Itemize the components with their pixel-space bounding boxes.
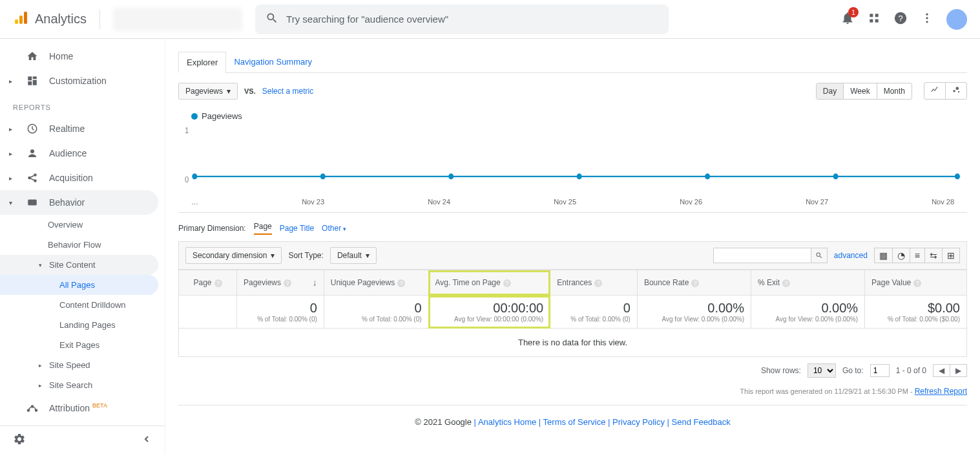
nav-customization[interactable]: ▸ Customization — [0, 69, 158, 93]
svg-rect-1 — [19, 16, 23, 24]
nav-site-speed[interactable]: ▸ Site Speed — [0, 355, 158, 375]
nav-all-pages[interactable]: All Pages — [0, 275, 158, 295]
chevron-down-icon: ▾ — [366, 251, 370, 260]
nav-behavior[interactable]: ▾ Behavior — [0, 190, 158, 215]
dim-other[interactable]: Other ▾ — [322, 224, 346, 233]
account-selector[interactable] — [113, 8, 242, 31]
nav-label: Behavior — [49, 197, 85, 208]
table-search-input[interactable] — [714, 248, 811, 263]
nav-site-search[interactable]: ▸ Site Search — [0, 375, 158, 395]
col-exit[interactable]: % Exit? — [751, 270, 865, 296]
logo-area: Analytics — [13, 10, 87, 28]
rows-select[interactable]: 10 — [808, 363, 836, 378]
col-bounce-rate[interactable]: Bounce Rate? — [637, 270, 751, 296]
chart-type-toggle — [924, 82, 967, 100]
pie-view-icon[interactable]: ◔ — [893, 248, 910, 263]
select-metric-link[interactable]: Select a metric — [262, 87, 313, 96]
prev-page-button[interactable]: ◀ — [933, 365, 950, 376]
pagination-buttons: ◀ ▶ — [933, 364, 967, 377]
toggle-week[interactable]: Week — [844, 83, 877, 99]
footer-link[interactable]: Send Feedback — [672, 417, 731, 427]
svg-point-22 — [28, 409, 30, 411]
col-pageviews[interactable]: Pageviews?↓ — [237, 270, 324, 296]
secondary-dimension-dropdown[interactable]: Secondary dimension ▾ — [185, 247, 282, 264]
col-unique-pageviews[interactable]: Unique Pageviews? — [324, 270, 428, 296]
refresh-report-link[interactable]: Refresh Report — [915, 387, 967, 396]
dashboard-icon — [26, 75, 39, 87]
comparison-view-icon[interactable]: ⇆ — [925, 248, 943, 263]
nav-acquisition[interactable]: ▸ Acquisition — [0, 166, 158, 190]
help-icon: ? — [397, 279, 405, 287]
pivot-view-icon[interactable]: ⊞ — [943, 248, 959, 263]
nav-site-content[interactable]: ▾ Site Content — [0, 255, 158, 275]
nav-landing-pages[interactable]: Landing Pages — [0, 315, 158, 335]
analytics-logo-icon — [13, 10, 28, 28]
motion-chart-icon[interactable] — [946, 83, 966, 99]
line-chart-icon[interactable] — [924, 83, 946, 99]
notifications-button[interactable]: 1 — [840, 11, 855, 27]
table-search-button[interactable] — [811, 248, 827, 263]
footer-link[interactable]: Terms of Service — [543, 417, 606, 427]
nav-audience[interactable]: ▸ Audience — [0, 141, 158, 166]
nav-behavior-overview[interactable]: Overview — [0, 215, 165, 235]
table-view-icon[interactable]: ▦ — [875, 248, 893, 263]
nav-home[interactable]: Home — [0, 44, 158, 69]
no-data-message: There is no data for this view. — [178, 329, 967, 357]
summary-cell: 0% of Total: 0.00% (0) — [237, 296, 324, 329]
chevron-down-icon: ▾ — [39, 262, 44, 268]
sidebar: Home ▸ Customization REPORTS ▸ Realtime … — [0, 39, 165, 454]
sort-type-dropdown[interactable]: Default ▾ — [330, 247, 377, 264]
advanced-link[interactable]: advanced — [834, 251, 868, 260]
svg-point-9 — [926, 14, 928, 16]
table-search — [713, 248, 828, 263]
toggle-day[interactable]: Day — [817, 83, 844, 99]
col-entrances[interactable]: Entrances? — [550, 270, 638, 296]
nav-label: Acquisition — [49, 173, 93, 183]
admin-gear-icon[interactable] — [13, 433, 26, 448]
user-avatar[interactable] — [946, 9, 967, 30]
metric-dropdown[interactable]: Pageviews ▾ — [178, 83, 238, 100]
nav-behavior-flow[interactable]: Behavior Flow — [0, 235, 165, 255]
dim-page-title[interactable]: Page Title — [280, 224, 314, 233]
notification-badge: 1 — [848, 7, 859, 17]
col-page[interactable]: Page? — [179, 270, 237, 296]
summary-cell — [179, 296, 237, 329]
header-actions: 1 ? — [840, 9, 967, 30]
collapse-sidebar-icon[interactable] — [141, 434, 152, 446]
main-content: Explorer Navigation Summary Pageviews ▾ … — [165, 39, 980, 454]
goto-input[interactable] — [870, 364, 890, 377]
search-box[interactable] — [255, 5, 669, 34]
help-icon: ? — [782, 279, 790, 287]
x-label: Nov 23 — [302, 198, 324, 206]
help-icon[interactable]: ? — [893, 11, 908, 27]
goto-label: Go to: — [842, 366, 864, 375]
bar-view-icon[interactable]: ≡ — [910, 248, 925, 263]
next-page-button[interactable]: ▶ — [950, 365, 966, 376]
nav-content-drilldown[interactable]: Content Drilldown — [0, 295, 158, 315]
nav-exit-pages[interactable]: Exit Pages — [0, 335, 158, 355]
more-icon[interactable] — [921, 12, 933, 27]
footer-link[interactable]: Analytics Home — [478, 417, 536, 427]
col-page-value[interactable]: Page Value? — [865, 270, 967, 296]
nav-realtime[interactable]: ▸ Realtime — [0, 116, 158, 141]
x-label: Nov 25 — [554, 198, 576, 206]
svg-point-25 — [953, 90, 955, 92]
tab-navigation-summary[interactable]: Navigation Summary — [226, 52, 320, 72]
tab-explorer[interactable]: Explorer — [178, 52, 226, 73]
apps-icon[interactable] — [868, 12, 881, 27]
svg-point-30 — [320, 173, 326, 179]
attribution-icon — [26, 402, 39, 413]
report-generated-info: This report was generated on 11/29/21 at… — [178, 384, 967, 398]
svg-rect-6 — [875, 19, 879, 23]
toggle-month[interactable]: Month — [877, 83, 912, 99]
footer-link[interactable]: Privacy Policy — [612, 417, 665, 427]
chart-area: Pageviews 1 0 … Nov 23 Nov 24 Nov 25 — [178, 109, 967, 212]
col-avg-time[interactable]: Avg. Time on Page? — [428, 270, 550, 296]
svg-point-20 — [34, 180, 36, 182]
dim-page[interactable]: Page — [254, 222, 272, 235]
clock-icon — [26, 123, 39, 135]
sidebar-footer — [0, 426, 165, 454]
nav-label: Audience — [49, 148, 87, 158]
search-input[interactable] — [286, 14, 658, 25]
nav-attribution[interactable]: AttributionBETA — [0, 395, 158, 420]
